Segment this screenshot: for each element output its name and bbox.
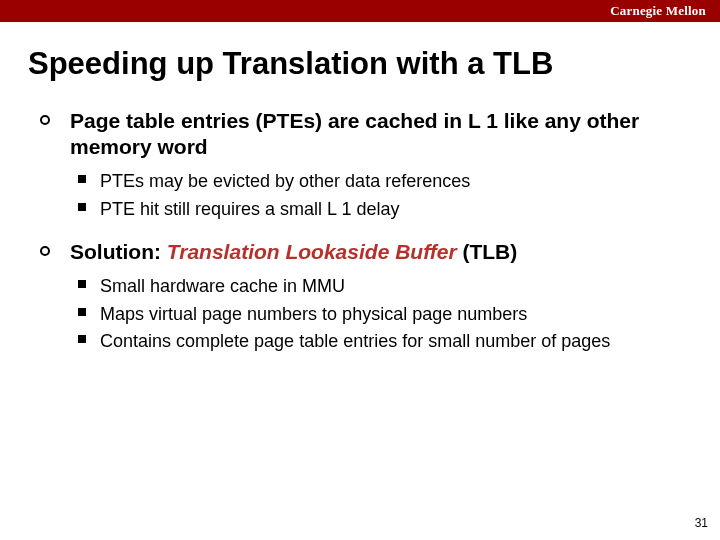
bullet-2-sub-1: Small hardware cache in MMU — [78, 275, 692, 298]
slide-title: Speeding up Translation with a TLB — [28, 46, 720, 82]
bullet-2-sub-2: Maps virtual page numbers to physical pa… — [78, 303, 692, 326]
bullet-2-sub-3: Contains complete page table entries for… — [78, 330, 692, 353]
bullet-1-sub-1: PTEs may be evicted by other data refere… — [78, 170, 692, 193]
university-name: Carnegie Mellon — [610, 3, 706, 19]
header-bar: Carnegie Mellon — [0, 0, 720, 22]
bullet-1: Page table entries (PTEs) are cached in … — [40, 108, 692, 221]
bullet-2-text: Solution: Translation Lookaside Buffer (… — [70, 239, 692, 265]
bullet-2: Solution: Translation Lookaside Buffer (… — [40, 239, 692, 353]
bullet-1-sub-2: PTE hit still requires a small L 1 delay — [78, 198, 692, 221]
bullet-1-text: Page table entries (PTEs) are cached in … — [70, 108, 692, 161]
slide-body: Page table entries (PTEs) are cached in … — [40, 108, 692, 354]
page-number: 31 — [695, 516, 708, 530]
